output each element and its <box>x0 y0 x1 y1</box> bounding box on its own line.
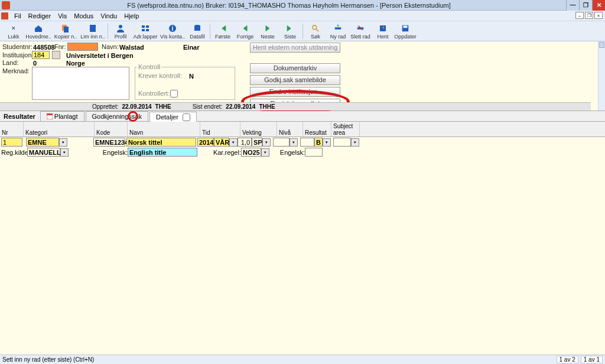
person-icon <box>116 24 125 33</box>
cell-tid-term[interactable]: VÅR <box>214 138 229 147</box>
field-merknad[interactable] <box>32 67 129 100</box>
label-merknad: Merknad: <box>2 67 30 74</box>
menu-fil[interactable]: Fil <box>11 12 25 20</box>
svg-rect-11 <box>194 26 200 31</box>
cell-engelsk[interactable]: English title <box>128 148 197 157</box>
tbtn-neste[interactable]: Neste <box>256 22 279 40</box>
value-sistendret-av: THHE <box>259 103 275 110</box>
close-button[interactable]: ✕ <box>592 0 605 11</box>
svg-text:+: + <box>337 24 340 28</box>
tbtn-siste[interactable]: Siste <box>279 22 301 40</box>
menu-modus[interactable]: Modus <box>70 12 97 20</box>
dropdown-vekt[interactable]: ▾ <box>262 138 271 147</box>
btn-dokumentarkiv[interactable]: Dokumentarkiv <box>250 63 340 73</box>
cell-engelsk2[interactable] <box>305 148 323 157</box>
mdi-restore-button[interactable]: ❐ <box>585 12 593 19</box>
save-icon <box>401 24 410 33</box>
label-kontrollert: Kontrollert: <box>138 90 170 97</box>
last-icon <box>285 24 295 33</box>
svg-rect-7 <box>146 29 149 31</box>
dropdown-resultat[interactable]: ▾ <box>323 138 331 147</box>
tbtn-profil[interactable]: Profil <box>109 22 132 40</box>
value-opprettet-dato: 22.09.2014 <box>122 103 151 110</box>
tbtn-kopier[interactable]: Kopier n.. <box>52 22 79 40</box>
value-sistendret-dato: 22.09.2014 <box>226 103 255 110</box>
tbtn-slettrad[interactable]: Slett rad <box>349 22 372 40</box>
tbtn-viskonta[interactable]: iVis konta.. <box>159 22 186 40</box>
label-fnr: Fnr: <box>54 43 66 50</box>
label-karregel: Kar.regel: <box>213 148 241 157</box>
cell-vekt-tall[interactable]: 1,0 <box>238 138 252 147</box>
tbtn-nyrad[interactable]: +Ny rad <box>327 22 349 40</box>
checkbox-detaljer[interactable] <box>183 113 190 121</box>
tbtn-forrige[interactable]: Forrige <box>234 22 256 40</box>
database-icon <box>193 24 202 33</box>
cell-resultat[interactable]: B <box>314 138 323 147</box>
tbtn-adrlapper[interactable]: Adr.lapper <box>132 22 159 40</box>
label-opprettet: Opprettet: <box>92 103 118 110</box>
tbtn-lukk[interactable]: ✕Lukk <box>2 22 25 40</box>
gh-subject: Subject area <box>331 122 360 136</box>
tab-planlagt[interactable]: Planlagt <box>40 111 84 121</box>
field-fnr[interactable] <box>67 43 98 51</box>
maximize-button[interactable]: ❐ <box>579 0 592 11</box>
minimize-button[interactable]: — <box>566 0 579 11</box>
cell-tid-ar[interactable]: 2014 <box>197 138 214 147</box>
cell-kode[interactable]: EMNE1234 <box>93 138 125 147</box>
dropdown-regkilde[interactable]: ▾ <box>60 148 69 157</box>
cell-regkilde[interactable]: MANUELL <box>27 148 60 157</box>
svg-rect-2 <box>90 25 96 32</box>
tbtn-oppdater[interactable]: Oppdater <box>394 22 417 40</box>
svg-line-13 <box>316 28 318 31</box>
dropdown-tid[interactable]: ▾ <box>229 138 238 147</box>
label-navn: Navn: <box>102 43 119 50</box>
tabs-section-label: Resultater <box>0 112 39 121</box>
cell-karregel[interactable]: NO25 <box>241 148 261 157</box>
tab-godkjenningssak[interactable]: Godkjenningssak <box>86 111 148 121</box>
document-icon <box>1 12 8 20</box>
btn-hent-ekstern[interactable]: Hent ekstern norsk utdanning <box>250 43 340 53</box>
menu-hjelp[interactable]: Hjelp <box>121 12 142 20</box>
dropdown-niva[interactable]: ▾ <box>290 138 298 147</box>
label-land: Land: <box>2 59 19 66</box>
field-institusjon-kode[interactable]: 184 <box>32 51 50 59</box>
tbtn-sok[interactable]: Søk <box>304 22 327 40</box>
grid-row: Reg.kilde: MANUELL ▾ Engelsk: English ti… <box>0 147 605 157</box>
mdi-close-button[interactable]: × <box>594 12 603 19</box>
fetch-icon <box>378 24 388 33</box>
tbtn-hovedme[interactable]: Hovedme.. <box>25 22 52 40</box>
tab-detaljer[interactable]: Detaljer <box>149 112 197 122</box>
cell-resultat-pre[interactable] <box>300 138 314 147</box>
tbtn-liminn[interactable]: Lim inn n.. <box>79 22 106 40</box>
tbtn-hent[interactable]: Hent <box>372 22 394 40</box>
delete-row-icon <box>356 24 365 33</box>
btn-endre-institusjon[interactable]: Endre institusjon.. <box>250 87 340 97</box>
cell-kategori[interactable]: EMNE <box>26 138 59 147</box>
mdi-minimize-button[interactable]: – <box>575 12 584 19</box>
grid-header-row: Nr Kategori Kode Navn Tid Vekting Nivå R… <box>0 122 605 137</box>
field-institusjon-ex[interactable] <box>52 51 60 59</box>
cell-niva[interactable] <box>273 138 290 147</box>
dropdown-kategori[interactable]: ▾ <box>59 138 67 147</box>
dropdown-karregel[interactable]: ▾ <box>261 148 269 157</box>
dropdown-subject[interactable]: ▾ <box>351 138 359 147</box>
window-title: FS (wefsprod.itea.ntnu.no) Bruker: I0194… <box>12 2 566 9</box>
btn-godkjsak[interactable]: Godkj.sak samlebilde <box>250 75 340 85</box>
cell-nr[interactable]: 1 <box>1 138 22 147</box>
label-sistendret: Sist endret: <box>193 103 223 110</box>
tbtn-datafil[interactable]: Datafil <box>186 22 209 40</box>
menu-rediger[interactable]: Rediger <box>25 12 55 20</box>
cell-navn[interactable]: Norsk tittel <box>126 138 196 147</box>
svg-point-3 <box>119 25 122 28</box>
form-scrollbar[interactable] <box>598 41 605 110</box>
cell-subject[interactable] <box>333 138 351 147</box>
value-navn-etter: Walstad <box>118 43 145 51</box>
gh-kode: Kode <box>95 122 128 136</box>
header-panel: Studentnr: 448508 Fnr: Navn: Walstad Ein… <box>0 41 605 111</box>
cell-vekt-enhet[interactable]: SP <box>252 138 262 147</box>
menu-vindu[interactable]: Vindu <box>97 12 121 20</box>
svg-rect-6 <box>142 29 145 31</box>
checkbox-kontrollert[interactable] <box>170 90 178 98</box>
menu-vis[interactable]: Vis <box>54 12 70 20</box>
tbtn-forste[interactable]: Første <box>212 22 234 40</box>
